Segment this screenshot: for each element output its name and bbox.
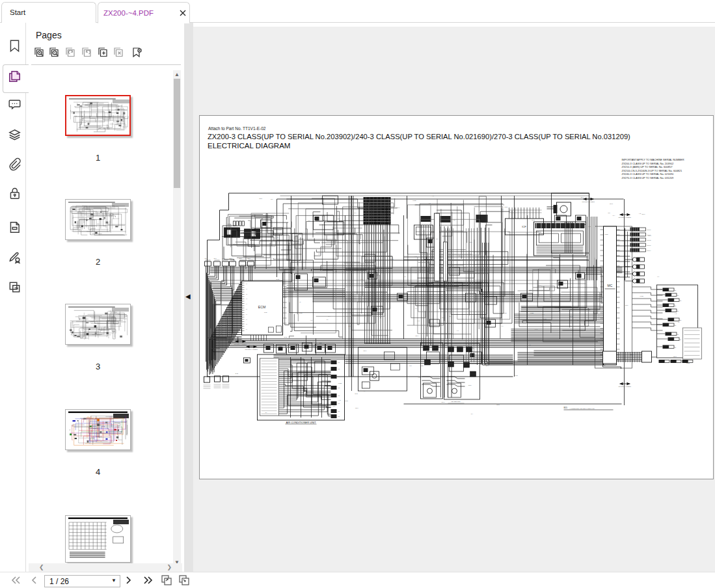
svg-text:CN-1: CN-1: [442, 401, 446, 403]
svg-text:TO PUMP HARNESS: TO PUMP HARNESS: [582, 201, 595, 202]
svg-text:C-4: C-4: [613, 215, 615, 216]
svg-text:B-12: B-12: [442, 317, 445, 318]
svg-text:CN: CN: [338, 403, 340, 404]
svg-text:B-12: B-12: [277, 278, 280, 280]
svg-text:FUSE: FUSE: [420, 365, 424, 366]
svg-text:CN-1: CN-1: [642, 213, 646, 215]
svg-text:CN-1: CN-1: [397, 207, 401, 208]
svg-text:B-12: B-12: [355, 393, 358, 394]
svg-text:HARNESS END VIEW DETAIL SEE PA: HARNESS END VIEW DETAIL SEE PAGE: [570, 408, 595, 409]
svg-text:CN: CN: [675, 347, 677, 348]
svg-text:B-12: B-12: [532, 219, 535, 220]
svg-text:SW2: SW2: [345, 400, 348, 401]
svg-text:L-7: L-7: [457, 330, 459, 331]
svg-text:L-7: L-7: [657, 276, 660, 277]
svg-text:H-2: H-2: [310, 319, 313, 321]
svg-text:CN: CN: [338, 362, 340, 363]
svg-text:H-2: H-2: [639, 213, 641, 214]
svg-text:B-12: B-12: [236, 373, 239, 374]
svg-text:TO PUMP HARNESS: TO PUMP HARNESS: [619, 217, 632, 218]
svg-text:E-3: E-3: [271, 198, 273, 200]
svg-text:C-4: C-4: [471, 413, 474, 414]
svg-text:RY: RY: [299, 301, 301, 302]
svg-text:RY: RY: [405, 276, 407, 277]
svg-text:ZX270-3 CLASS:UP TO SERIAL No.: ZX270-3 CLASS:UP TO SERIAL No. 031209: [622, 176, 674, 180]
svg-text:CN: CN: [338, 410, 340, 412]
svg-text:FUSE: FUSE: [604, 234, 608, 235]
svg-text:C-4: C-4: [415, 308, 418, 309]
svg-text:CN-8: CN-8: [259, 198, 263, 199]
svg-text:CN-8: CN-8: [468, 384, 472, 386]
svg-text:MC: MC: [608, 284, 613, 287]
svg-text:FUSE: FUSE: [530, 312, 534, 314]
svg-text:FUSE: FUSE: [503, 312, 507, 314]
svg-text:CN: CN: [675, 289, 677, 291]
svg-text:H-2: H-2: [418, 320, 420, 321]
svg-text:CN-8: CN-8: [610, 203, 614, 204]
svg-text:CN: CN: [680, 300, 682, 301]
svg-text:ZX200-3 CLASS:UP TO SERIAL No.: ZX200-3 CLASS:UP TO SERIAL No. 203902: [622, 162, 674, 165]
svg-text:ZX210LCN-3,ZX240N-3:UP TO SERI: ZX210LCN-3,ZX240N-3:UP TO SERIAL No. 600…: [622, 169, 683, 172]
svg-text:RY: RY: [327, 319, 329, 320]
svg-text:CN: CN: [677, 334, 679, 335]
svg-text:L-7: L-7: [502, 325, 504, 327]
svg-text:R-5: R-5: [348, 325, 351, 327]
svg-text:CN-1: CN-1: [625, 304, 629, 306]
svg-text:A-9: A-9: [587, 325, 589, 326]
svg-text:R-5: R-5: [338, 218, 340, 219]
svg-text:C-4: C-4: [297, 243, 299, 244]
svg-text:CN-12: CN-12: [647, 239, 652, 241]
svg-text:CN: CN: [677, 295, 679, 296]
svg-text:CN: CN: [675, 325, 677, 326]
svg-text:B-12: B-12: [284, 336, 288, 338]
svg-text:C-4: C-4: [416, 204, 418, 205]
svg-text:HEATER UNIT: HEATER UNIT: [451, 401, 461, 402]
svg-text:R-5: R-5: [308, 220, 310, 221]
svg-text:A-9: A-9: [399, 287, 401, 289]
svg-text:CN-1: CN-1: [415, 335, 419, 336]
svg-text:FUSE: FUSE: [338, 382, 342, 384]
svg-text:ECM: ECM: [258, 305, 266, 309]
svg-text:ZX240-3 CLASS:UP TO SERIAL No.: ZX240-3 CLASS:UP TO SERIAL No. 021690: [622, 172, 674, 176]
svg-text:CN-14: CN-14: [647, 250, 652, 251]
svg-text:CN-1: CN-1: [648, 235, 652, 236]
svg-text:TO PUMP HARNESS: TO PUMP HARNESS: [245, 349, 258, 350]
svg-text:CN: CN: [677, 310, 679, 312]
svg-text:RY: RY: [277, 237, 279, 238]
svg-text:OPT: OPT: [223, 258, 226, 259]
svg-text:R-5: R-5: [608, 212, 610, 213]
svg-text:FUSE: FUSE: [412, 200, 416, 201]
svg-text:E-3: E-3: [410, 365, 412, 366]
svg-text:R-5: R-5: [526, 360, 528, 361]
svg-text:CN: CN: [675, 305, 677, 306]
svg-text:CN: CN: [338, 368, 340, 369]
svg-text:CN: CN: [338, 387, 340, 388]
svg-text:SW2: SW2: [318, 253, 321, 254]
svg-text:H-2: H-2: [338, 399, 341, 401]
svg-text:B-12: B-12: [505, 206, 508, 207]
svg-text:OPT: OPT: [214, 258, 217, 259]
svg-text:FUSE: FUSE: [640, 295, 644, 297]
svg-text:A-9: A-9: [429, 202, 431, 204]
svg-text:SW2: SW2: [447, 357, 450, 358]
svg-text:H-2: H-2: [501, 209, 504, 210]
svg-text:CN-1: CN-1: [355, 407, 359, 408]
svg-text:AIR CONDITIONER UNIT: AIR CONDITIONER UNIT: [286, 421, 316, 424]
svg-text:E-3: E-3: [319, 342, 322, 343]
svg-text:CN: CN: [680, 319, 682, 321]
svg-text:CN: CN: [338, 416, 340, 417]
svg-text:H-2: H-2: [675, 313, 677, 314]
svg-text:CN-8: CN-8: [363, 350, 367, 351]
svg-text:FUSE: FUSE: [543, 318, 547, 319]
svg-text:B55: B55: [564, 407, 568, 409]
svg-text:OPT: OPT: [230, 258, 233, 259]
svg-text:FUSE: FUSE: [686, 362, 690, 364]
svg-text:TO PUMP HARNESS: TO PUMP HARNESS: [234, 343, 247, 345]
svg-text:CN-8: CN-8: [673, 356, 677, 357]
svg-text:TO PUMP HARNESS: TO PUMP HARNESS: [619, 386, 632, 387]
svg-text:ICF: ICF: [522, 225, 526, 228]
svg-text:ZX210-3 (AMS):UP TO SERIAL No.: ZX210-3 (AMS):UP TO SERIAL No. 600857: [622, 165, 673, 168]
svg-text:SW2: SW2: [515, 375, 518, 376]
svg-text:CN-8: CN-8: [469, 241, 473, 243]
svg-text:B-12: B-12: [390, 258, 394, 260]
